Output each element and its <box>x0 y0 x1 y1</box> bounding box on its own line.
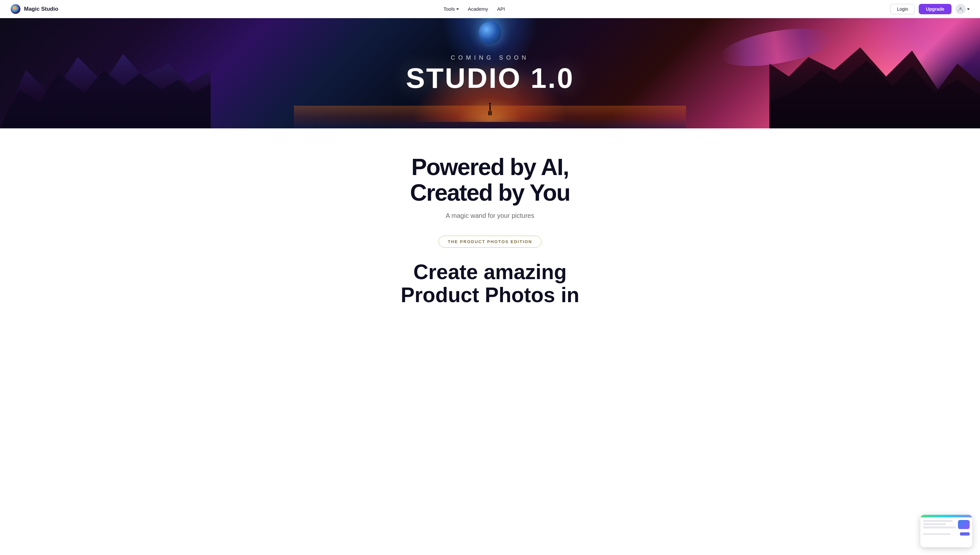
svg-rect-9 <box>489 105 491 111</box>
user-menu[interactable] <box>955 4 970 14</box>
svg-point-1 <box>13 6 16 10</box>
svg-point-2 <box>16 7 18 10</box>
svg-rect-11 <box>490 111 492 115</box>
svg-rect-10 <box>488 111 490 115</box>
nav-tools-link[interactable]: Tools <box>444 6 458 12</box>
nav-api-link[interactable]: API <box>497 6 505 12</box>
magic-studio-logo-icon <box>10 4 21 14</box>
hero-banner: COMING SOON STUDIO 1.0 <box>0 18 980 128</box>
section-title: Create amazing Product Photos in <box>376 261 604 306</box>
main-headline: Powered by AI, Created by You <box>360 154 620 205</box>
svg-point-0 <box>11 4 21 14</box>
hero-title: STUDIO 1.0 <box>406 64 574 92</box>
nav-logo-text: Magic Studio <box>24 6 58 12</box>
user-avatar <box>955 4 966 14</box>
tools-chevron-icon <box>456 8 459 10</box>
hero-coming-soon: COMING SOON <box>406 55 574 61</box>
nav-logo-area: Magic Studio <box>10 4 58 14</box>
hero-text: COMING SOON STUDIO 1.0 <box>406 55 574 92</box>
nav-academy-link[interactable]: Academy <box>468 6 488 12</box>
nav-center: Tools Academy API <box>444 6 505 12</box>
upgrade-button[interactable]: Upgrade <box>919 4 951 14</box>
user-icon <box>958 6 964 12</box>
user-chevron-icon <box>967 8 970 10</box>
main-subheadline: A magic wand for your pictures <box>6 212 974 220</box>
login-button[interactable]: Login <box>890 4 915 14</box>
edition-badge[interactable]: THE PRODUCT PHOTOS EDITION <box>439 236 542 248</box>
nav-right: Login Upgrade <box>890 4 970 14</box>
main-content: Powered by AI, Created by You A magic wa… <box>0 128 980 326</box>
figure-silhouette <box>488 103 492 115</box>
navbar: Magic Studio Tools Academy API Login Upg… <box>0 0 980 18</box>
svg-point-8 <box>489 103 491 105</box>
